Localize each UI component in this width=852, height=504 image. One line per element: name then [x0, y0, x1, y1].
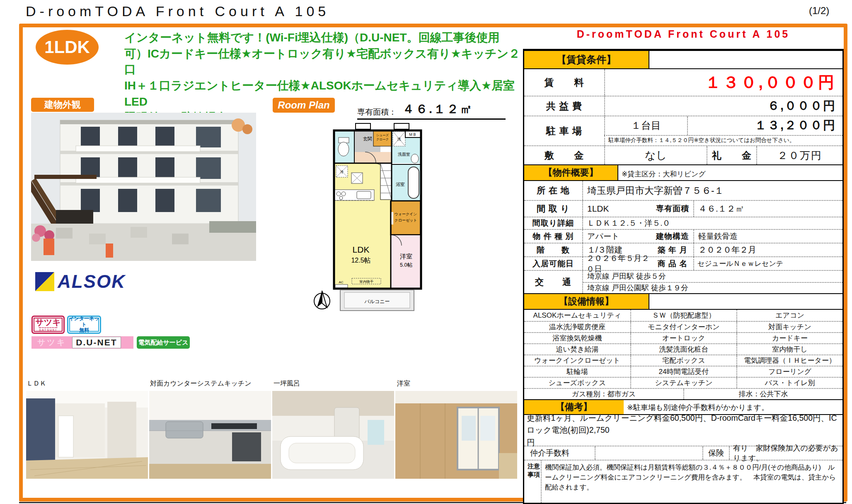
photo-bedroom: [395, 391, 517, 479]
caution-text: 機関保証加入必須。機関保証料は月額賃料等総額の３.４％＋８００円/月(その他商品…: [541, 461, 842, 503]
photo-label-bedroom: 洋室: [397, 379, 410, 388]
layout-detail-label: 間取り詳細: [524, 217, 582, 229]
toilet-room: [334, 130, 354, 163]
movein-row: 入居可能日 ２０２６年５月２０日 商 品 名 セジュールＮｅｗレセンテ: [524, 256, 842, 270]
floors-row: 階 数 １/３階建 築 年 月 ２０２０年２月: [524, 243, 842, 256]
floor-plan: 玄関 シューズ クローク 洗 ＭＢ 洗面室 冷: [333, 123, 423, 316]
equipment-item: エアコン: [736, 310, 842, 321]
shoes-cloak: シューズ クローク: [373, 130, 392, 146]
stairwell: [380, 163, 392, 200]
layout-label: 間 取 り: [524, 201, 582, 217]
rent-value: １３０,０００円: [604, 69, 842, 96]
structure-label: 建物構造: [652, 230, 693, 243]
area-label: 専有面積：: [357, 107, 397, 118]
equipment-grid: ALSOKホームセキュリティ ＳＷ（防犯配慮型） エアコン 温水洗浄暖房便座 モ…: [524, 310, 842, 399]
remarks-body-row: 更新料1ヶ月、ルームクリーニング料金60,500円、D-roomCardキー料金…: [524, 415, 842, 446]
satsuki-badge-text: サツキ: [35, 318, 61, 326]
layout-row: 間 取 り 1LDK 専有面積 ４６.１２㎡: [524, 200, 842, 217]
layout-value: 1LDK: [582, 201, 652, 217]
equipment-item: バス・トイレ別: [736, 378, 842, 388]
equipment-item: 24時間電話受付: [630, 367, 736, 377]
svg-text:冷: 冷: [340, 170, 344, 174]
photo-bath: [272, 391, 394, 479]
rental-conditions-title: 【賃貸条件】: [524, 51, 649, 68]
equipment-item: 駐輪場: [524, 367, 630, 377]
equipment-item: システムキッチン: [630, 378, 736, 388]
washroom: 洗 ＭＢ 洗面室: [392, 130, 421, 163]
equipment-item: ALSOKホームセキュリティ: [524, 310, 630, 321]
panel-title: D-roomTODA Front Court A 105: [523, 28, 844, 40]
area-value2: ４６.１２㎡: [693, 201, 842, 217]
movein-value: ２０２６年５月２０日: [582, 257, 652, 270]
transit-row: 交 通 埼京線 戸田駅 徒歩５分 埼京線 戸田公園駅 徒歩１９分: [524, 270, 842, 293]
transit-label: 交 通: [524, 271, 582, 293]
photo-label-bath: 一坪風呂: [274, 379, 300, 388]
layout-detail-row: 間取り詳細 ＬＤＫ１２.５・洋５.０: [524, 217, 842, 229]
photo-label-ldk: ＬＤＫ: [27, 379, 46, 388]
satsuki-pink-text: サツキ: [37, 337, 66, 348]
page-number: (1/2): [809, 5, 829, 17]
svg-text:ＭＢ: ＭＢ: [409, 132, 417, 137]
bathroom: 浴室: [392, 164, 421, 201]
brokerage-row: 仲介手数料 保険 有り 家財保険加入の必要があります。: [524, 446, 842, 460]
drain-type: 排水：公共下水: [683, 389, 842, 399]
equipment-item: シューズボックス: [524, 378, 630, 388]
svg-text:LDK: LDK: [353, 245, 370, 254]
caution-row: 注意事項 機関保証加入必須。機関保証料は月額賃料等総額の３.４％＋８００円/月(…: [524, 460, 842, 503]
common-fee-row: 共 益 費 ６,０００円: [524, 96, 842, 116]
property-table: 【賃貸条件】 賃 料 １３０,０００円 共 益 費 ６,０００円 駐 車 場 １…: [523, 49, 844, 504]
alsok-mark-icon: [35, 272, 54, 291]
room-plan-label: Room Plan: [273, 98, 335, 113]
area-label2: 専有面積: [652, 201, 693, 217]
alsok-logo: ALSOK: [35, 271, 126, 292]
page-title: D-roomTODA Front Court A 105: [26, 3, 329, 19]
bedroom: 洋室 5.0帖: [391, 235, 421, 289]
address-label: 所 在 地: [524, 181, 582, 200]
property-flyer-page: D-roomTODA Front Court A 105 (1/2) 1LDK …: [0, 0, 852, 504]
remarks-body: 更新料1ヶ月、ルームクリーニング料金60,500円、D-roomCardキー料金…: [524, 415, 842, 446]
equipment-header: 【設備情報】: [524, 293, 842, 310]
svg-text:12.5帖: 12.5帖: [351, 257, 370, 264]
svg-text:クローク: クローク: [376, 137, 389, 141]
deposit-row: 敷 金 なし 礼 金 ２０万円: [524, 145, 842, 164]
product-label: 商 品 名: [652, 257, 693, 270]
photo-ldk: [26, 391, 148, 479]
svg-text:シューズ: シューズ: [376, 133, 389, 137]
equipment-item: オートロック: [630, 333, 736, 343]
exclusive-area: 専有面積： ４６.１２㎡: [357, 101, 506, 120]
owner-note: ※貸主区分：大和リビング: [618, 165, 842, 180]
insurance-label: 保険: [702, 446, 729, 460]
insurance-value: 有り 家財保険加入の必要があります。: [729, 446, 842, 460]
svg-text:バルコニー: バルコニー: [364, 299, 390, 304]
balcony: バルコニー: [340, 290, 414, 311]
structure-value: 軽量鉄骨造: [693, 230, 842, 243]
parking-detail: １台目 １３,２００円 駐車場仲介手数料：１４,５２０円※空き状況についてはお問…: [604, 116, 842, 145]
overview-title: 【物件概要】: [524, 165, 618, 180]
equipment-item: 対面キッチン: [736, 322, 842, 332]
type-value: アパート: [582, 230, 652, 243]
product-value: セジュールＮｅｗレセンテ: [693, 257, 842, 270]
building-exterior-graphic: [31, 113, 256, 261]
transit-line1: 埼京線 戸田駅 徒歩５分: [583, 271, 842, 282]
svg-text:浴室: 浴室: [396, 182, 405, 187]
rental-conditions-header: 【賃貸条件】: [524, 50, 842, 69]
equipment-item: モニタ付インターホン: [630, 322, 736, 332]
dunet-logo: D.U-NET: [72, 337, 121, 348]
svg-text:洗面室: 洗面室: [398, 152, 410, 157]
svg-text:クローゼット: クローゼット: [394, 218, 417, 222]
equipment-item: 宅配ボックス: [630, 355, 736, 366]
brokerage-label: 仲介手数料: [524, 446, 595, 460]
built-label: 築 年 月: [652, 244, 693, 256]
address-value: 埼玉県戸田市大字新曽７５６-１: [582, 181, 842, 200]
overview-header: 【物件概要】 ※貸主区分：大和リビング: [524, 164, 842, 181]
svg-text:室内物干: 室内物干: [359, 280, 374, 284]
svg-text:ウォークイン: ウォークイン: [394, 212, 417, 216]
equipment-item: 洗髪洗面化粧台: [630, 344, 736, 354]
floor-plan-graphic: 玄関 シューズ クローク 洗 ＭＢ 洗面室 冷: [333, 123, 423, 314]
parking-value: １３,２００円: [687, 116, 842, 135]
gas-type: ガス種別：都市ガス: [524, 389, 683, 399]
internet-free-badge: インターネット 無料: [67, 316, 101, 334]
photo-label-kitchen: 対面カウンターシステムキッチン: [150, 379, 252, 388]
transit-values: 埼京線 戸田駅 徒歩５分 埼京線 戸田公園駅 徒歩１９分: [582, 271, 842, 293]
built-value: ２０２０年２月: [693, 244, 842, 256]
